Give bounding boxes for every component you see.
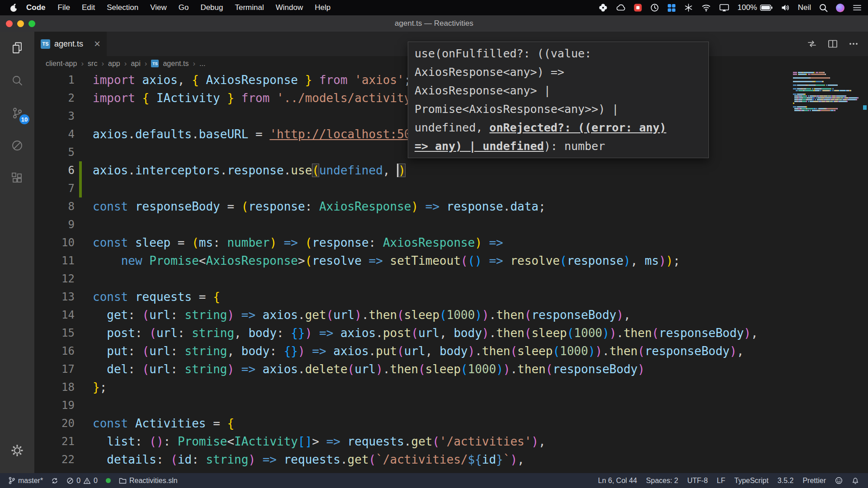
formatter[interactable]: Prettier: [799, 477, 830, 485]
typescript-version[interactable]: 3.5.2: [774, 477, 797, 485]
menu-help[interactable]: Help: [309, 3, 336, 12]
code-line-21[interactable]: 21 list: (): Promise<IActivity[]> => req…: [34, 432, 868, 450]
minimap[interactable]: [793, 72, 861, 112]
code-line-17[interactable]: 17 del: (url: string) => axios.delete(ur…: [34, 360, 868, 378]
code-text: list: (): Promise<IActivity[]> => reques…: [93, 432, 546, 450]
code-line-14[interactable]: 14 get: (url: string) => axios.get(url).…: [34, 306, 868, 324]
tab-agent-ts[interactable]: TS agent.ts ×: [34, 32, 107, 56]
language-mode[interactable]: TypeScript: [731, 477, 772, 485]
time-machine-icon[interactable]: [650, 3, 659, 12]
encoding[interactable]: UTF-8: [684, 477, 711, 485]
code-line-10[interactable]: 10const sleep = (ms: number) => (respons…: [34, 234, 868, 252]
menu-window[interactable]: Window: [270, 3, 309, 12]
breadcrumb-item[interactable]: agent.ts: [163, 60, 189, 68]
minimap-line: [793, 110, 861, 112]
menu-file[interactable]: File: [52, 3, 76, 12]
more-actions-icon[interactable]: [848, 38, 859, 49]
code-line-18[interactable]: 18};: [34, 378, 868, 396]
code-line-11[interactable]: 11 new Promise<AxiosResponse>(resolve =>…: [34, 252, 868, 270]
git-added-indicator: [79, 179, 82, 197]
settings-button[interactable]: [0, 434, 34, 467]
minimize-window-button[interactable]: [17, 20, 24, 27]
gutter: [75, 342, 93, 360]
code-line-15[interactable]: 15 post: (url: string, body: {}) => axio…: [34, 324, 868, 342]
blue-grid-app-icon[interactable]: [667, 4, 676, 12]
code-text: const requests = {: [93, 288, 220, 306]
notifications-button[interactable]: [848, 477, 863, 484]
breadcrumb-separator: ›: [124, 59, 127, 68]
project-status-indicator[interactable]: [102, 478, 114, 483]
activity-bar: 10: [0, 32, 34, 473]
code-text: del: (url: string) => axios.delete(url).…: [93, 360, 645, 378]
explorer-button[interactable]: [0, 32, 34, 64]
code-line-6[interactable]: 6axios.interceptors.response.use(undefin…: [34, 161, 868, 179]
problems-item[interactable]: 0 0: [63, 477, 101, 485]
zoom-window-button[interactable]: [28, 20, 35, 27]
breadcrumb-item[interactable]: ...: [199, 60, 205, 68]
extensions-button[interactable]: [0, 162, 34, 194]
scm-badge: 10: [19, 114, 29, 124]
code-text: };: [93, 378, 107, 396]
siri-icon[interactable]: [836, 4, 844, 12]
menu-terminal[interactable]: Terminal: [229, 3, 269, 12]
indentation[interactable]: Spaces: 2: [642, 477, 682, 485]
breadcrumb-item[interactable]: client-app: [46, 60, 77, 68]
menu-list-icon[interactable]: [853, 4, 862, 11]
record-app-icon[interactable]: [634, 4, 642, 12]
extensions-icon: [10, 171, 24, 185]
debug-button[interactable]: [0, 129, 34, 162]
gutter: [75, 197, 93, 216]
cursor-position[interactable]: Ln 6, Col 44: [594, 477, 641, 485]
code-line-16[interactable]: 16 put: (url: string, body: {}) => axios…: [34, 342, 868, 360]
code-line-22[interactable]: 22 details: (id: string) => requests.get…: [34, 450, 868, 469]
gutter: [75, 234, 93, 252]
typescript-file-icon: TS: [151, 60, 159, 67]
code-line-8[interactable]: 8const responseBody = (response: AxiosRe…: [34, 197, 868, 216]
battery-indicator[interactable]: 100%: [737, 3, 772, 12]
line-number: 5: [34, 143, 75, 161]
code-line-9[interactable]: 9: [34, 216, 868, 234]
solution-item[interactable]: Reactivities.sln: [115, 477, 181, 485]
gutter: [75, 161, 93, 179]
breadcrumb-item[interactable]: app: [108, 60, 120, 68]
code-line-13[interactable]: 13const requests = {: [34, 288, 868, 306]
spotlight-search-icon[interactable]: [819, 4, 828, 12]
git-branch-item[interactable]: master*: [5, 477, 47, 485]
close-tab-icon[interactable]: ×: [94, 38, 100, 49]
window-title-bar[interactable]: agent.ts — Reactivities: [0, 15, 868, 32]
menu-debug[interactable]: Debug: [194, 3, 229, 12]
code-line-7[interactable]: 7: [34, 179, 868, 197]
line-number: 2: [34, 89, 75, 107]
close-window-button[interactable]: [6, 20, 13, 27]
user-menu[interactable]: Neil: [798, 3, 811, 12]
warning-count: 0: [94, 477, 98, 485]
snowflake-icon[interactable]: [684, 3, 693, 12]
code-line-19[interactable]: 19: [34, 396, 868, 414]
breadcrumb-separator: ›: [101, 59, 104, 68]
sync-button[interactable]: [47, 477, 62, 484]
folder-icon: [119, 477, 127, 484]
source-control-button[interactable]: 10: [0, 97, 34, 129]
display-mirroring-icon[interactable]: [719, 4, 729, 12]
eol-sequence[interactable]: LF: [713, 477, 729, 485]
overview-ruler[interactable]: [862, 71, 868, 473]
menu-go[interactable]: Go: [173, 3, 195, 12]
search-button[interactable]: [0, 64, 34, 97]
feedback-button[interactable]: [831, 477, 846, 484]
menu-edit[interactable]: Edit: [76, 3, 101, 12]
code-line-20[interactable]: 20const Activities = {: [34, 414, 868, 432]
menu-view[interactable]: View: [144, 3, 173, 12]
volume-icon[interactable]: [781, 4, 790, 12]
breadcrumb-item[interactable]: src: [88, 60, 97, 68]
cloud-icon[interactable]: [616, 4, 626, 12]
app-menu[interactable]: Code: [26, 3, 46, 12]
code-text: const sleep = (ms: number) => (response:…: [93, 234, 503, 252]
fan-icon[interactable]: [599, 3, 608, 12]
code-line-12[interactable]: 12: [34, 270, 868, 288]
apple-menu-icon[interactable]: [10, 3, 18, 12]
open-changes-icon[interactable]: [807, 38, 817, 49]
menu-selection[interactable]: Selection: [101, 3, 144, 12]
split-editor-icon[interactable]: [827, 38, 838, 49]
wifi-icon[interactable]: [701, 4, 711, 12]
breadcrumb-item[interactable]: api: [131, 60, 140, 68]
